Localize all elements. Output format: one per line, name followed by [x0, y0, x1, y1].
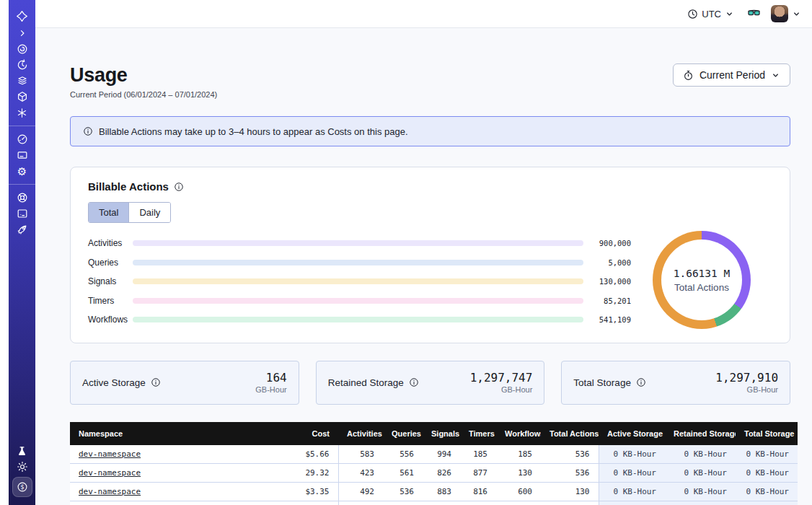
tab-daily[interactable]: Daily [128, 203, 170, 222]
page-header: Usage Current Period (06/01/2024 – 07/01… [70, 63, 790, 99]
col-total-actions: Total Actions [541, 422, 599, 445]
sidebar-divider [9, 184, 35, 185]
col-activities: Activities [338, 422, 383, 445]
page-title: Usage [70, 63, 217, 87]
namespace-link[interactable]: dev-namespace [79, 449, 141, 459]
namespace-link[interactable]: dev-namespace [79, 468, 141, 478]
deployments-cube-icon[interactable] [9, 89, 35, 105]
nexus-asterisk-icon[interactable] [9, 105, 35, 120]
bar-track [133, 298, 583, 304]
info-banner: Billable Actions may take up to 3–4 hour… [70, 116, 790, 146]
cell-cost: $5.66 [286, 445, 338, 464]
sidebar-collapse-chevron-icon[interactable] [9, 25, 35, 41]
cell-signals: 826 [423, 463, 460, 482]
billing-card-icon[interactable] [9, 147, 35, 163]
labs-goggles-icon[interactable] [747, 7, 761, 21]
period-dropdown-label: Current Period [700, 69, 765, 81]
bar-row-activities: Activities 900,000 [88, 234, 631, 253]
chevron-down-icon [725, 9, 734, 19]
cell-timers: 877 [460, 463, 496, 482]
cell-queries: 561 [383, 463, 423, 482]
namespaces-icon[interactable] [9, 41, 35, 57]
billable-actions-chart: Activities 900,000 Queries 5,000 Signals [88, 231, 772, 330]
page-content: Usage Current Period (06/01/2024 – 07/01… [35, 63, 812, 505]
namespace-usage-table: Namespace Cost Activities Queries Signal… [70, 422, 798, 505]
total-daily-toggle: Total Daily [88, 202, 171, 223]
usage-meter-icon[interactable] [9, 131, 35, 147]
col-signals: Signals [423, 422, 460, 445]
cell-total-actions: 536 [541, 463, 599, 482]
info-icon[interactable] [409, 377, 419, 387]
bar-row-timers: Timers 85,201 [88, 291, 631, 311]
bar-label: Activities [88, 238, 133, 248]
temporal-logo-icon[interactable] [9, 6, 35, 25]
cell-active-storage: 0 KB-Hour [599, 445, 665, 464]
getting-started-rocket-icon[interactable] [9, 221, 35, 237]
col-total-storage: Total Storage [736, 422, 798, 445]
storage-summary-row: Active Storage 164 GB-Hour Retained Stor… [70, 361, 790, 405]
settings-gear-icon[interactable]: ⚙ [9, 163, 35, 179]
account-menu[interactable] [771, 5, 801, 22]
cell-total-storage: 0 KB-Hour [736, 445, 798, 464]
cell-activities: 423 [338, 463, 383, 482]
usage-page: ⚙ $ UTC [0, 0, 812, 505]
feedback-console-icon[interactable] [9, 206, 35, 221]
period-dropdown-button[interactable]: Current Period [673, 63, 790, 87]
cell-workflows: 130 [496, 463, 541, 482]
cell-activities: 583 [338, 445, 383, 464]
active-storage-card: Active Storage 164 GB-Hour [70, 361, 299, 405]
stacks-icon[interactable] [9, 73, 35, 89]
info-icon[interactable] [151, 377, 161, 387]
col-cost: Cost [286, 422, 338, 445]
info-icon [83, 126, 93, 136]
tab-total[interactable]: Total [89, 203, 128, 222]
cell-total-actions: 130 [541, 482, 599, 501]
cell-signals: 883 [423, 482, 460, 501]
table-row: dev-namespace $3.35 492 536 883 816 600 … [70, 482, 798, 501]
bar-track [133, 317, 583, 322]
col-queries: Queries [383, 422, 423, 445]
total-storage-value: 1,297,910 [715, 371, 778, 385]
col-timers: Timers [460, 422, 496, 445]
bar-value: 900,000 [583, 239, 631, 247]
bar-row-queries: Queries 5,000 [88, 253, 631, 273]
donut-center-value: 1.66131 M [674, 268, 731, 279]
active-storage-label: Active Storage [82, 377, 146, 388]
svg-text:$: $ [20, 484, 24, 491]
bar-row-signals: Signals 130,000 [88, 272, 631, 291]
cell-total-storage: 0 KB-Hour [736, 463, 798, 482]
info-icon[interactable] [174, 182, 184, 192]
user-avatar [771, 5, 788, 22]
theme-sun-icon[interactable] [9, 459, 35, 475]
topbar: UTC [35, 0, 812, 28]
chevron-down-icon [771, 71, 780, 80]
pricing-coin-icon: $ [17, 481, 28, 493]
total-storage-label: Total Storage [573, 377, 631, 388]
bar-label: Queries [88, 258, 133, 268]
bar-value: 5,000 [583, 258, 631, 267]
col-retained-storage: Retained Storage [665, 422, 736, 445]
total-storage-card: Total Storage 1,297,910 GB-Hour [561, 361, 790, 405]
total-storage-unit: GB-Hour [715, 385, 778, 394]
table-row: dev-namespace $5.66 583 556 994 185 185 … [70, 445, 798, 464]
info-icon[interactable] [636, 377, 646, 387]
cell-timers: 185 [460, 445, 496, 464]
bar-value: 85,201 [583, 297, 631, 305]
labs-flask-icon[interactable] [9, 443, 35, 459]
page-subtitle: Current Period (06/01/2024 – 07/01/2024) [70, 90, 217, 99]
timezone-selector[interactable]: UTC [687, 9, 734, 19]
pricing-coin-active-bg: $ [12, 477, 32, 497]
cell-queries: 556 [383, 445, 423, 464]
schedules-icon[interactable] [9, 57, 35, 73]
pricing-coin-item[interactable]: $ [9, 476, 35, 498]
total-actions-donut: 1.66131 M Total Actions [653, 231, 751, 329]
clock-icon [687, 9, 698, 19]
active-storage-unit: GB-Hour [255, 385, 286, 394]
namespace-link[interactable]: dev-namespace [79, 487, 141, 496]
retained-storage-value: 1,297,747 [470, 371, 533, 385]
support-lifebuoy-icon[interactable] [9, 190, 35, 206]
cell-active-storage: 0 KB-Hour [599, 463, 665, 482]
bar-row-workflows: Workflows 541,109 [88, 310, 631, 330]
info-banner-text: Billable Actions may take up to 3–4 hour… [99, 126, 408, 137]
active-storage-value: 164 [255, 371, 286, 385]
